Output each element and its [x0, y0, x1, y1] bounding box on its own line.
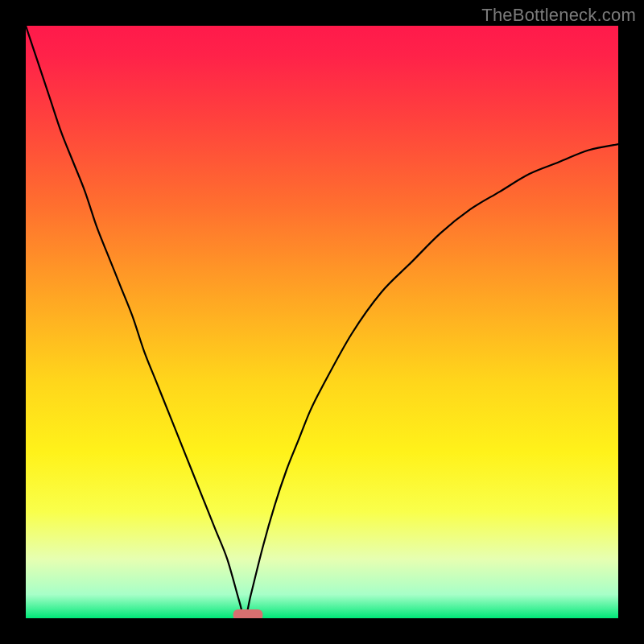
chart-svg	[26, 26, 618, 618]
chart-frame: TheBottleneck.com	[0, 0, 644, 644]
plot-area	[26, 26, 618, 618]
gradient-background	[26, 26, 618, 618]
attribution-label: TheBottleneck.com	[481, 5, 636, 26]
optimum-marker	[233, 609, 263, 618]
